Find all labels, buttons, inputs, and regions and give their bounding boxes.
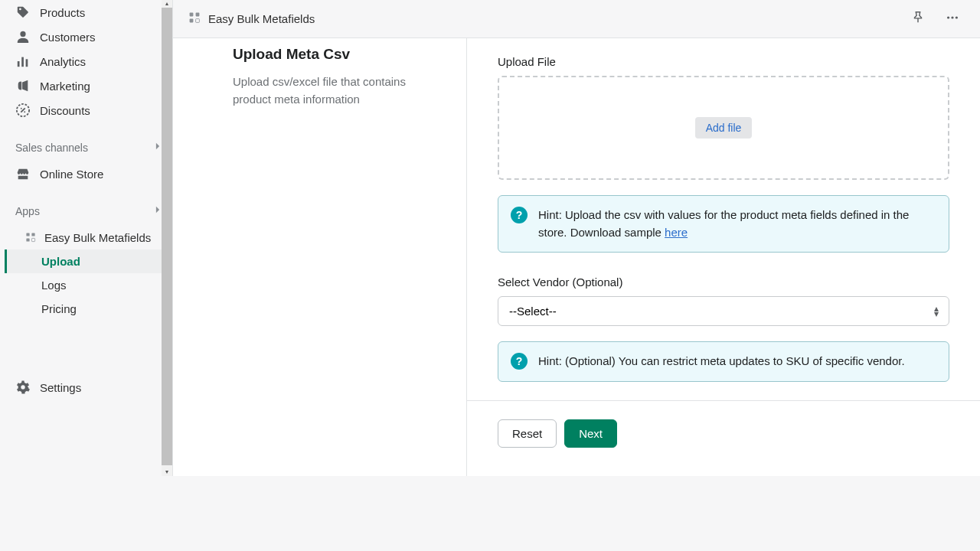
svg-point-15 [947, 16, 949, 18]
person-icon [15, 29, 31, 44]
svg-rect-12 [196, 13, 200, 17]
nav-label: Products [40, 6, 85, 19]
topbar: Easy Bulk Metafields [173, 0, 980, 38]
question-icon: ? [511, 207, 528, 223]
nav-label: Online Store [40, 168, 103, 181]
divider [467, 400, 980, 401]
content-area: Easy Bulk Metafields Upload Meta Csv Upl… [173, 0, 980, 476]
sidebar: ▴ ▾ Products Customers Analyti [0, 0, 173, 476]
megaphone-icon [15, 78, 31, 93]
scroll-up-arrow[interactable]: ▴ [162, 0, 172, 8]
nav-discounts[interactable]: Discounts [9, 98, 168, 122]
svg-point-17 [956, 16, 958, 18]
nav-marketing[interactable]: Marketing [9, 73, 168, 98]
app-tab-upload[interactable]: Upload [5, 249, 168, 273]
app-grid-icon [188, 11, 201, 26]
svg-point-5 [21, 108, 22, 109]
svg-rect-1 [18, 61, 20, 67]
right-column: Upload File Add file ? Hint: Upload the … [467, 38, 980, 476]
hint-prefix: Hint: Upload the csv with values for the… [538, 208, 909, 239]
svg-rect-14 [196, 19, 200, 23]
apps-header[interactable]: Apps [0, 197, 172, 225]
reset-button[interactable]: Reset [498, 419, 557, 448]
hint-upload: ? Hint: Upload the csv with values for t… [498, 195, 949, 253]
svg-point-0 [20, 31, 25, 37]
scroll-down-arrow[interactable]: ▾ [162, 468, 172, 476]
nav-label: Analytics [40, 55, 86, 68]
add-file-button[interactable]: Add file [695, 117, 753, 139]
page-title: Upload Meta Csv [233, 46, 445, 63]
file-dropzone[interactable]: Add file [498, 76, 949, 180]
page-description: Upload csv/excel file that contains prod… [233, 73, 445, 108]
gear-icon [15, 380, 31, 395]
svg-rect-11 [190, 13, 194, 17]
pin-icon[interactable] [906, 6, 929, 31]
app-title: Easy Bulk Metafields [188, 11, 315, 26]
nav-analytics[interactable]: Analytics [9, 49, 168, 73]
question-icon: ? [511, 353, 528, 370]
nav-settings[interactable]: Settings [9, 375, 157, 399]
svg-point-16 [951, 16, 953, 18]
app-tab-pricing[interactable]: Pricing [5, 297, 168, 321]
svg-rect-10 [31, 238, 34, 241]
next-button[interactable]: Next [564, 419, 617, 448]
nav-label: Discounts [40, 104, 90, 117]
download-sample-link[interactable]: here [665, 226, 688, 239]
tag-icon [15, 5, 31, 20]
bars-icon [15, 54, 31, 69]
hint-text: Hint: Upload the csv with values for the… [538, 207, 936, 241]
svg-rect-9 [26, 238, 29, 241]
svg-rect-2 [21, 57, 24, 67]
store-icon [15, 166, 31, 181]
nav-label: Customers [40, 31, 96, 44]
form-actions: Reset Next [498, 419, 949, 448]
section-label: Apps [15, 205, 40, 217]
svg-rect-8 [31, 233, 34, 236]
vendor-label: Select Vendor (Optional) [498, 276, 949, 289]
nav-label: Settings [40, 381, 81, 394]
scrollbar-thumb[interactable] [162, 8, 172, 465]
upload-label: Upload File [498, 55, 949, 68]
nav-label: Easy Bulk Metafields [44, 231, 151, 244]
app-grid-icon [23, 230, 38, 245]
scrollbar-track: ▴ ▾ [162, 0, 172, 476]
vendor-select[interactable]: --Select-- [498, 296, 949, 326]
discount-icon [15, 103, 31, 118]
nav-customers[interactable]: Customers [9, 24, 168, 49]
main-panel: Upload Meta Csv Upload csv/excel file th… [173, 38, 980, 476]
section-label: Sales channels [15, 142, 88, 154]
app-title-text: Easy Bulk Metafields [208, 12, 315, 25]
svg-rect-13 [190, 19, 194, 23]
nav-label: Marketing [40, 80, 90, 93]
nav-app-easy-bulk[interactable]: Easy Bulk Metafields [9, 225, 168, 249]
nav-products[interactable]: Products [9, 0, 168, 24]
svg-point-6 [24, 111, 25, 112]
svg-rect-7 [26, 233, 29, 236]
sales-channels-header[interactable]: Sales channels [0, 133, 172, 161]
hint-vendor: ? Hint: (Optional) You can restrict meta… [498, 341, 949, 382]
app-tab-logs[interactable]: Logs [5, 273, 168, 297]
left-column: Upload Meta Csv Upload csv/excel file th… [173, 38, 467, 476]
svg-rect-3 [26, 59, 28, 67]
hint-text: Hint: (Optional) You can restrict meta u… [538, 353, 905, 370]
more-icon[interactable] [940, 6, 965, 31]
nav-online-store[interactable]: Online Store [9, 161, 168, 186]
